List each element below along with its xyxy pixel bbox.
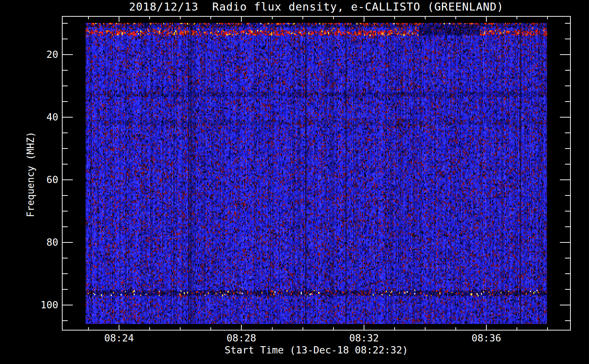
y-major-tick-right <box>560 54 570 55</box>
x-major-tick <box>241 325 242 330</box>
x-minor-tick-top <box>517 17 517 19</box>
x-minor-tick <box>455 327 456 330</box>
y-minor-tick-right <box>565 86 570 86</box>
x-minor-tick-top <box>88 17 89 19</box>
x-minor-tick <box>517 327 517 330</box>
y-minor-tick <box>63 226 68 227</box>
y-major-tick-right <box>560 242 570 243</box>
x-axis-title: Start Time (13-Dec-18 08:22:32) <box>62 344 571 356</box>
y-minor-tick <box>63 70 68 71</box>
y-major-tick <box>63 305 73 305</box>
x-minor-tick <box>303 327 303 330</box>
y-minor-tick-right <box>565 258 570 258</box>
y-minor-tick <box>63 39 68 39</box>
x-minor-tick <box>149 327 150 330</box>
y-major-tick <box>63 179 73 180</box>
x-minor-tick-top <box>272 17 273 19</box>
y-minor-tick <box>63 258 68 258</box>
y-tick-label: 40 <box>15 112 58 122</box>
y-tick-label: 100 <box>15 300 58 310</box>
x-major-tick-top <box>119 17 119 22</box>
x-minor-tick <box>333 327 334 330</box>
x-minor-tick-top <box>303 17 303 19</box>
y-major-tick <box>63 242 73 243</box>
x-minor-tick-top <box>180 17 181 19</box>
x-major-tick <box>486 325 487 330</box>
y-minor-tick <box>63 273 68 274</box>
y-minor-tick <box>63 164 68 165</box>
y-minor-tick <box>63 320 68 321</box>
x-major-tick <box>119 325 119 330</box>
x-minor-tick <box>394 327 395 330</box>
x-minor-tick <box>272 327 273 330</box>
y-minor-tick-right <box>565 101 570 102</box>
y-minor-tick <box>63 132 68 133</box>
y-minor-tick <box>63 86 68 86</box>
x-minor-tick <box>210 327 211 330</box>
y-tick-label: 60 <box>15 175 58 185</box>
y-minor-tick-right <box>565 195 570 196</box>
spectrogram-page: 2018/12/13 Radio flux density, e-CALLIST… <box>0 0 589 364</box>
x-minor-tick-top <box>333 17 334 19</box>
x-minor-tick-top <box>210 17 211 19</box>
x-major-tick-top <box>364 17 364 22</box>
x-tick-label: 08:28 <box>212 333 270 343</box>
x-major-tick-top <box>486 17 487 22</box>
x-minor-tick <box>180 327 181 330</box>
x-minor-tick <box>425 327 426 330</box>
y-tick-label: 20 <box>15 50 58 59</box>
plot-frame <box>62 16 571 331</box>
x-minor-tick <box>547 327 548 330</box>
x-minor-tick-top <box>547 17 548 19</box>
x-minor-tick-top <box>455 17 456 19</box>
x-minor-tick-top <box>394 17 395 19</box>
y-minor-tick <box>63 23 68 24</box>
y-minor-tick-right <box>565 320 570 321</box>
y-major-tick-right <box>560 117 570 118</box>
y-minor-tick-right <box>565 164 570 165</box>
y-minor-tick-right <box>565 148 570 149</box>
y-minor-tick <box>63 101 68 102</box>
x-minor-tick-top <box>149 17 150 19</box>
x-minor-tick <box>88 327 89 330</box>
x-tick-label: 08:24 <box>90 333 148 343</box>
y-axis-title: Frequency (MHZ) <box>25 127 36 222</box>
y-minor-tick-right <box>565 132 570 133</box>
x-tick-label: 08:32 <box>335 333 393 343</box>
y-minor-tick-right <box>565 211 570 211</box>
y-minor-tick-right <box>565 226 570 227</box>
y-major-tick <box>63 117 73 118</box>
x-minor-tick-top <box>425 17 426 19</box>
page-title: 2018/12/13 Radio flux density, e-CALLIST… <box>62 0 571 13</box>
y-minor-tick <box>63 289 68 290</box>
y-minor-tick-right <box>565 273 570 274</box>
x-major-tick-top <box>241 17 242 22</box>
y-minor-tick <box>63 211 68 211</box>
y-major-tick-right <box>560 179 570 180</box>
y-minor-tick-right <box>565 70 570 71</box>
y-major-tick-right <box>560 305 570 305</box>
y-minor-tick <box>63 195 68 196</box>
x-tick-label: 08:36 <box>457 333 515 343</box>
y-minor-tick-right <box>565 289 570 290</box>
y-minor-tick <box>63 148 68 149</box>
y-tick-label: 80 <box>15 237 58 247</box>
y-major-tick <box>63 54 73 55</box>
y-minor-tick-right <box>565 39 570 39</box>
x-major-tick <box>364 325 364 330</box>
y-minor-tick-right <box>565 23 570 24</box>
